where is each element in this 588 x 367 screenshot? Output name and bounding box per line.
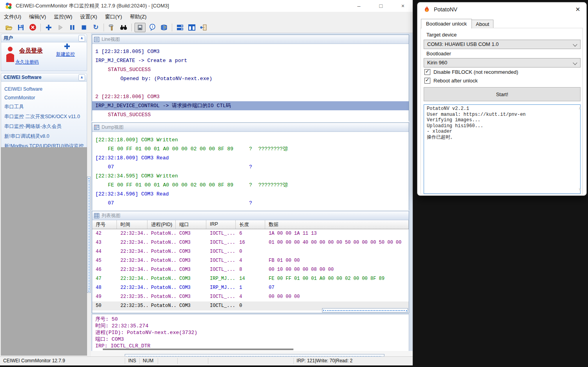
find-binoculars-icon[interactable] [118,23,129,32]
collapse-up-icon[interactable]: ∧ [78,35,85,42]
menu-edit[interactable]: 编辑(V) [25,12,50,22]
log-line-blank [92,83,409,92]
sidebar-user-header[interactable]: 用户 ∧ [1,34,87,42]
column-header-process[interactable]: 进程(PID) [147,220,176,229]
device-view-icon[interactable] [135,23,146,32]
table-row[interactable]: 4222:32:34...PotatoN...COM3IOCTL_...61A … [92,229,409,238]
scroll-left-icon[interactable]: ▾ [322,309,325,312]
table-row[interactable]: 4722:32:34...PotatoN...COM3IRP_MJ...14FE… [92,274,409,283]
column-header-data[interactable]: 数据 [265,220,409,229]
table-row[interactable]: 4922:32:35...PotatoN...COM3IOCTL_...400 … [92,292,409,301]
start-button[interactable]: Start! [424,87,581,101]
software-link-serial-tools[interactable]: 串口工具 [4,102,87,112]
collapse-up-icon[interactable]: ∧ [78,74,85,81]
exit-door-icon[interactable] [198,23,209,32]
log-output[interactable]: PotatoNV v2.2.1 User manual: https://kut… [424,104,581,194]
detail-panel: 序号: 50 时间: 22:32:35.274 进程(PID): PotatoN… [92,314,409,352]
tools-hammer-icon[interactable] [106,23,118,32]
scroll-down-icon[interactable]: ∨ [579,187,581,191]
software-link-debug[interactable]: 新!串口调试精灵v8.0 [4,131,87,141]
split-vertical-icon[interactable] [186,23,198,32]
line-view-title: Line视图 [102,36,120,43]
add-monitor-icon[interactable] [43,23,55,32]
log-line[interactable]: IRP_MJ_CREATE -> Create a port [92,56,409,65]
log-line[interactable]: 2 [22:32:18.006] COM3 [92,92,409,101]
new-monitor-link[interactable]: 新建监控 [56,51,75,58]
menu-help[interactable]: 帮助(Z) [126,12,151,22]
software-link-commmonitor[interactable]: CommMonitor [4,93,87,102]
column-header-length[interactable]: 长度 [236,220,265,229]
software-link-sdk[interactable]: 串口监控 二次开发SDK/OCX v11.0 [4,112,87,122]
reboot-after-unlock-checkbox[interactable]: Reboot after unlock [424,78,478,84]
maximize-button[interactable]: □ [377,3,385,9]
resume-icon[interactable]: ↻ [90,23,102,32]
checkbox-checked-icon[interactable] [424,78,430,84]
minimize-button[interactable]: – [355,3,363,9]
column-header-index[interactable]: 序号 [92,220,117,229]
software-link-network[interactable]: 串口监控-网络版-永久会员 [4,122,87,131]
scroll-up-icon[interactable]: ▴ [88,177,90,179]
tab-bootloader-unlock[interactable]: Bootloader unlock [421,19,472,29]
ceiwei-logo-icon [5,2,13,10]
list-horizontal-scrollbar[interactable]: ▾▴ [322,308,408,312]
member-login-link[interactable]: 会员登录 [19,47,43,55]
table-row[interactable]: 4322:32:34...PotatoN...COM3IOCTL_...1601… [92,238,409,247]
menu-settings[interactable]: 设置(X) [76,12,101,22]
info-balloon-icon[interactable]: i [146,23,158,32]
log-line[interactable]: Opened by: (PotatoNV-next.exe) [92,74,409,83]
column-header-port[interactable]: 端口 [176,220,206,229]
list-view-icon [94,213,99,218]
detail-index: 序号: 50 [95,316,409,323]
menu-file[interactable]: 文件(U) [0,12,25,22]
open-file-icon[interactable] [3,23,15,32]
stop-monitor-icon[interactable] [78,23,90,32]
desktop: CEIWEI-CommMonitor 串口监控精灵 12.7.9 (Build:… [0,0,588,367]
close-port-icon[interactable] [27,23,38,32]
bootloader-select[interactable]: Kirin 960 [424,58,581,68]
split-horizontal-icon[interactable] [174,23,186,32]
log-line[interactable]: 1 [22:32:18.005] COM3 [92,47,409,56]
save-icon[interactable] [15,23,27,32]
svg-text:?: ? [164,25,166,29]
vertical-scrollbar[interactable]: ▴ ▾ [87,177,91,293]
software-link-ceiwei[interactable]: CEIWEI Software [4,85,87,93]
permanent-code-link[interactable]: 永久注册码 [15,59,39,66]
table-row[interactable]: 4522:32:34...PotatoN...COM3IOCTL_...4FB … [92,256,409,265]
dump-hex-line: FE 00 FF 01 00 01 A0 00 00 02 00 00 8F 8… [92,144,409,153]
column-header-time[interactable]: 时间 [117,220,147,229]
column-header-irp[interactable]: IRP [206,220,236,229]
scroll-down-icon[interactable]: ▾ [88,290,90,292]
menu-monitor[interactable]: 监控(W) [50,12,76,22]
status-counters: IRP: 121|Write: 70|Read: 2 [297,358,353,363]
potatonv-title: PotatoNV [434,6,457,13]
table-row[interactable]: 4822:32:34...PotatoN...COM3IRP_MJ...107 [92,283,409,292]
close-button[interactable]: ✕ [573,5,583,14]
target-device-select[interactable]: COM3: HUAWEI USB COM 1.0 [424,40,581,49]
member-person-icon [5,46,15,62]
disable-fblock-checkbox[interactable]: Disable FBLOCK (not recommended) [424,69,518,75]
sidebar-software-header[interactable]: CEIWEI Software ∧ [1,73,87,82]
menu-window[interactable]: 窗口(Y) [101,12,126,22]
sidebar-empty-area [1,147,87,356]
reboot-after-unlock-label: Reboot after unlock [433,78,478,84]
log-line[interactable]: STATUS_SUCCESS [92,110,409,119]
scroll-right-icon[interactable]: ▴ [405,309,408,312]
potatonv-titlebar: PotatoNV ✕ [417,2,586,16]
toolbar-separator [172,24,172,31]
help-book-icon[interactable]: ? [158,23,170,32]
log-line[interactable]: STATUS_SUCCESS [92,65,409,74]
start-monitor-icon[interactable] [55,23,66,32]
splitter-bar[interactable] [103,349,293,350]
close-button[interactable]: × [399,3,407,9]
dump-header: [22:32:18.009] COM3 Read [92,153,409,163]
tab-about[interactable]: About [471,20,493,29]
log-line-selected[interactable]: IRP_MJ_DEVICE_CONTROL -> 请求操作端口的IO CTL码 [92,101,409,110]
table-row[interactable]: 4622:32:34...PotatoN...COM3IOCTL_...800 … [92,265,409,274]
table-row[interactable]: 4422:32:34...PotatoN...COM3IOCTL_...0 [92,247,409,256]
sidebar-software-title: CEIWEI Software [4,75,42,80]
line-view-panel: Line视图 1 [22:32:18.005] COM3 IRP_MJ_CREA… [92,35,409,121]
new-monitor-plus-icon[interactable] [64,43,70,49]
scroll-up-icon[interactable]: ∧ [579,106,581,110]
checkbox-checked-icon[interactable] [424,69,430,75]
pause-monitor-icon[interactable] [66,23,78,32]
